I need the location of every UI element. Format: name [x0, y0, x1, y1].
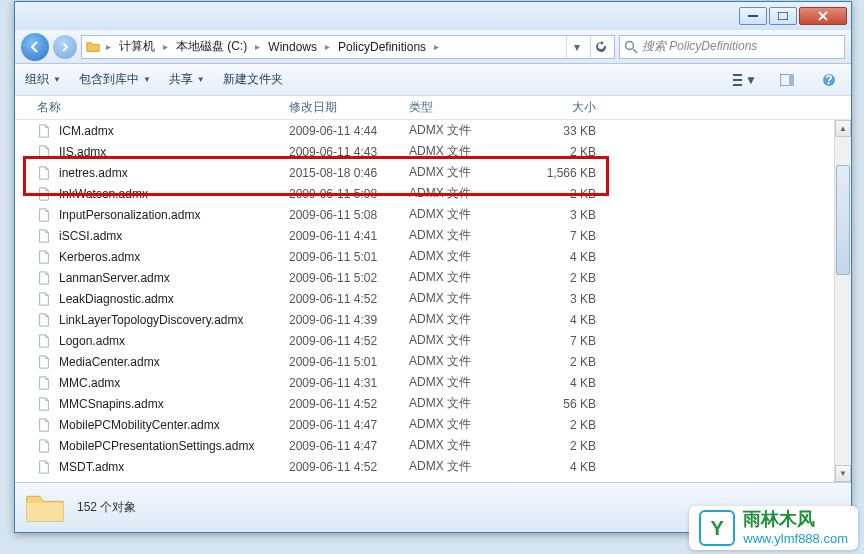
breadcrumb-item[interactable]: Windows	[266, 40, 319, 54]
file-date: 2009-06-11 4:31	[289, 376, 409, 390]
file-type: ADMX 文件	[409, 164, 524, 181]
table-row[interactable]: iSCSI.admx2009-06-11 4:41ADMX 文件7 KB	[15, 225, 851, 246]
column-type[interactable]: 类型	[409, 99, 524, 116]
table-row[interactable]: Logon.admx2009-06-11 4:52ADMX 文件7 KB	[15, 330, 851, 351]
file-size: 56 KB	[524, 397, 604, 411]
watermark-url: www.ylmf888.com	[743, 531, 848, 547]
file-type: ADMX 文件	[409, 290, 524, 307]
address-dropdown-button[interactable]: ▾	[566, 36, 586, 58]
back-button[interactable]	[21, 33, 49, 61]
file-icon	[37, 229, 55, 243]
table-row[interactable]: LanmanServer.admx2009-06-11 5:02ADMX 文件2…	[15, 267, 851, 288]
watermark: Y 雨林木风 www.ylmf888.com	[689, 506, 858, 550]
file-size: 2 KB	[524, 271, 604, 285]
maximize-button[interactable]	[769, 7, 797, 25]
view-options-button[interactable]: ▼	[733, 69, 757, 91]
file-type: ADMX 文件	[409, 332, 524, 349]
table-row[interactable]: Kerberos.admx2009-06-11 5:01ADMX 文件4 KB	[15, 246, 851, 267]
file-name: MobilePCMobilityCenter.admx	[59, 418, 289, 432]
file-icon	[37, 418, 55, 432]
file-size: 3 KB	[524, 208, 604, 222]
file-date: 2009-06-11 4:41	[289, 229, 409, 243]
file-list: ICM.admx2009-06-11 4:44ADMX 文件33 KBIIS.a…	[15, 120, 851, 482]
breadcrumb-item[interactable]: 计算机	[117, 38, 157, 55]
refresh-button[interactable]	[590, 36, 610, 58]
file-type: ADMX 文件	[409, 206, 524, 223]
share-button[interactable]: 共享▼	[169, 71, 205, 88]
breadcrumb-item[interactable]: PolicyDefinitions	[336, 40, 428, 54]
svg-text:?: ?	[825, 73, 832, 87]
table-row[interactable]: inetres.admx2015-08-18 0:46ADMX 文件1,566 …	[15, 162, 851, 183]
search-box[interactable]: 搜索 PolicyDefinitions	[619, 35, 845, 59]
table-row[interactable]: ICM.admx2009-06-11 4:44ADMX 文件33 KB	[15, 120, 851, 141]
nav-row: ▸ 计算机 ▸ 本地磁盘 (C:) ▸ Windows ▸ PolicyDefi…	[15, 30, 851, 64]
minimize-button[interactable]	[739, 7, 767, 25]
file-icon	[37, 124, 55, 138]
file-icon	[37, 355, 55, 369]
scroll-track[interactable]	[835, 137, 851, 465]
file-icon	[37, 166, 55, 180]
breadcrumb-sep-icon: ▸	[432, 41, 441, 52]
file-date: 2009-06-11 4:52	[289, 460, 409, 474]
table-row[interactable]: MobilePCPresentationSettings.admx2009-06…	[15, 435, 851, 456]
file-name: MobilePCPresentationSettings.admx	[59, 439, 289, 453]
file-date: 2009-06-11 5:08	[289, 187, 409, 201]
file-icon	[37, 313, 55, 327]
file-size: 1,566 KB	[524, 166, 604, 180]
vertical-scrollbar[interactable]: ▲ ▼	[834, 120, 851, 482]
close-button[interactable]	[799, 7, 847, 25]
file-size: 2 KB	[524, 355, 604, 369]
table-row[interactable]: MMC.admx2009-06-11 4:31ADMX 文件4 KB	[15, 372, 851, 393]
file-date: 2009-06-11 5:02	[289, 271, 409, 285]
file-name: LinkLayerTopologyDiscovery.admx	[59, 313, 289, 327]
scroll-up-button[interactable]: ▲	[835, 120, 851, 137]
file-type: ADMX 文件	[409, 416, 524, 433]
preview-pane-button[interactable]	[775, 69, 799, 91]
table-row[interactable]: IIS.admx2009-06-11 4:43ADMX 文件2 KB	[15, 141, 851, 162]
organize-button[interactable]: 组织▼	[25, 71, 61, 88]
table-row[interactable]: InkWatson.admx2009-06-11 5:08ADMX 文件2 KB	[15, 183, 851, 204]
table-row[interactable]: MediaCenter.admx2009-06-11 5:01ADMX 文件2 …	[15, 351, 851, 372]
file-name: inetres.admx	[59, 166, 289, 180]
table-row[interactable]: LinkLayerTopologyDiscovery.admx2009-06-1…	[15, 309, 851, 330]
file-size: 7 KB	[524, 334, 604, 348]
file-icon	[37, 187, 55, 201]
file-icon	[37, 397, 55, 411]
file-name: ICM.admx	[59, 124, 289, 138]
include-in-library-button[interactable]: 包含到库中▼	[79, 71, 151, 88]
column-name[interactable]: 名称	[37, 99, 289, 116]
file-icon	[37, 250, 55, 264]
new-folder-button[interactable]: 新建文件夹	[223, 71, 283, 88]
svg-rect-0	[748, 15, 758, 17]
file-name: MSDT.admx	[59, 460, 289, 474]
column-size[interactable]: 大小	[524, 99, 604, 116]
help-button[interactable]: ?	[817, 69, 841, 91]
breadcrumb-item[interactable]: 本地磁盘 (C:)	[174, 38, 249, 55]
search-icon	[624, 40, 638, 54]
file-date: 2009-06-11 4:52	[289, 334, 409, 348]
file-date: 2009-06-11 4:52	[289, 292, 409, 306]
file-date: 2009-06-11 5:01	[289, 355, 409, 369]
scroll-thumb[interactable]	[836, 165, 850, 275]
table-row[interactable]: MSDT.admx2009-06-11 4:52ADMX 文件4 KB	[15, 456, 851, 477]
column-header: 名称 修改日期 类型 大小	[15, 96, 851, 120]
scroll-down-button[interactable]: ▼	[835, 465, 851, 482]
table-row[interactable]: MMCSnapins.admx2009-06-11 4:52ADMX 文件56 …	[15, 393, 851, 414]
file-name: LeakDiagnostic.admx	[59, 292, 289, 306]
table-row[interactable]: MobilePCMobilityCenter.admx2009-06-11 4:…	[15, 414, 851, 435]
file-type: ADMX 文件	[409, 374, 524, 391]
file-type: ADMX 文件	[409, 143, 524, 160]
file-size: 2 KB	[524, 145, 604, 159]
column-date[interactable]: 修改日期	[289, 99, 409, 116]
watermark-title: 雨林木风	[743, 509, 848, 531]
file-name: MediaCenter.admx	[59, 355, 289, 369]
file-size: 3 KB	[524, 292, 604, 306]
address-bar[interactable]: ▸ 计算机 ▸ 本地磁盘 (C:) ▸ Windows ▸ PolicyDefi…	[81, 35, 615, 59]
breadcrumb-sep-icon: ▸	[104, 41, 113, 52]
svg-rect-1	[778, 12, 788, 20]
table-row[interactable]: InputPersonalization.admx2009-06-11 5:08…	[15, 204, 851, 225]
search-placeholder: 搜索 PolicyDefinitions	[642, 38, 757, 55]
title-bar	[15, 2, 851, 30]
table-row[interactable]: LeakDiagnostic.admx2009-06-11 4:52ADMX 文…	[15, 288, 851, 309]
forward-button[interactable]	[53, 35, 77, 59]
